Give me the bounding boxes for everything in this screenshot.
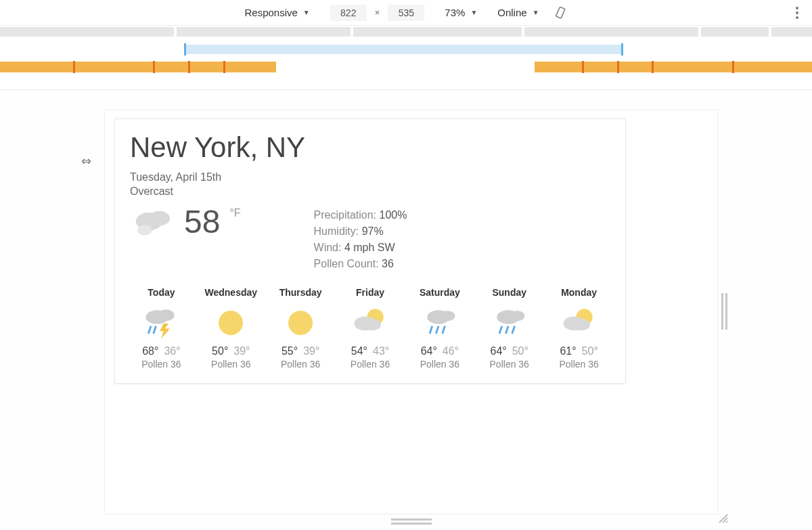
- forecast-day: Sunday64°50°Pollen 36: [478, 287, 541, 370]
- forecast-high: 61°: [560, 345, 576, 357]
- svg-marker-8: [160, 323, 171, 338]
- chevron-down-icon[interactable]: ▼: [533, 9, 539, 16]
- date-text: Tuesday, April 15th: [130, 171, 221, 183]
- forecast-pollen: Pollen 36: [478, 359, 541, 370]
- svg-line-6: [149, 326, 152, 333]
- resize-handle-horizontal[interactable]: [391, 518, 432, 525]
- svg-line-29: [726, 521, 727, 523]
- dimension-separator: ×: [375, 7, 380, 18]
- forecast-low: 39°: [233, 345, 250, 357]
- svg-point-15: [440, 311, 455, 321]
- forecast-day-name: Friday: [339, 287, 402, 298]
- humidity-label: Humidity:: [314, 225, 359, 237]
- forecast-row: Today68°36°Pollen 36Wednesday50°39°Polle…: [130, 287, 610, 370]
- precip-label: Precipitation:: [314, 209, 377, 221]
- forecast-high: 68°: [142, 345, 158, 357]
- svg-point-20: [510, 311, 525, 321]
- viewport-height-input[interactable]: [388, 5, 424, 21]
- svg-line-23: [512, 326, 514, 333]
- svg-point-10: [288, 311, 313, 335]
- wind-label: Wind:: [314, 242, 342, 253]
- svg-line-18: [443, 326, 445, 333]
- forecast-pollen: Pollen 36: [547, 359, 610, 370]
- breakpoint-rulers: [0, 26, 812, 90]
- svg-line-17: [436, 326, 438, 333]
- forecast-low: 46°: [443, 345, 459, 357]
- forecast-day: Today68°36°Pollen 36: [130, 287, 193, 370]
- rain-icon: [478, 303, 541, 341]
- forecast-day-name: Sunday: [478, 287, 541, 298]
- pollen-value: 36: [382, 258, 394, 269]
- forecast-high: 64°: [421, 345, 437, 357]
- forecast-pollen: Pollen 36: [130, 359, 193, 370]
- forecast-day: Monday61°50°Pollen 36: [547, 287, 610, 370]
- forecast-pollen: Pollen 36: [408, 359, 471, 370]
- sunny-icon: [269, 303, 332, 341]
- svg-point-2: [149, 211, 170, 225]
- condition-text: Overcast: [130, 185, 173, 197]
- device-preset-dropdown[interactable]: Responsive: [244, 7, 297, 18]
- forecast-low: 36°: [164, 345, 180, 357]
- temperature-value: 58: [184, 206, 220, 238]
- ruler-gray: [0, 26, 812, 38]
- forecast-pollen: Pollen 36: [200, 359, 263, 370]
- forecast-day-name: Saturday: [408, 287, 471, 298]
- forecast-day-name: Thursday: [269, 287, 332, 298]
- forecast-pollen: Pollen 36: [269, 359, 332, 370]
- sunny-icon: [200, 303, 263, 341]
- resize-handle-vertical[interactable]: [721, 293, 729, 330]
- pollen-label: Pollen Count:: [314, 258, 379, 269]
- storm-icon: [130, 303, 193, 341]
- partly-icon: [339, 303, 402, 341]
- forecast-high: 54°: [351, 345, 367, 357]
- partly-icon: [547, 303, 610, 341]
- forecast-high: 64°: [491, 345, 507, 357]
- precip-value: 100%: [380, 209, 407, 221]
- svg-point-26: [573, 319, 589, 330]
- zoom-dropdown[interactable]: 73%: [445, 7, 465, 18]
- svg-point-5: [158, 309, 175, 321]
- forecast-high: 50°: [212, 345, 228, 357]
- weather-card: New York, NY Tuesday, April 15th Overcas…: [114, 118, 626, 384]
- svg-line-22: [505, 326, 508, 333]
- location-title: New York, NY: [130, 131, 610, 164]
- chevron-down-icon[interactable]: ▼: [470, 9, 477, 16]
- resize-horizontal-icon: ⇔: [81, 154, 91, 169]
- forecast-high: 55°: [281, 345, 298, 357]
- forecast-day-name: Wednesday: [200, 287, 263, 298]
- viewport-width-input[interactable]: [330, 5, 367, 21]
- svg-line-21: [499, 326, 502, 333]
- device-frame: New York, NY Tuesday, April 15th Overcas…: [105, 110, 717, 514]
- more-options-icon[interactable]: [796, 0, 798, 26]
- forecast-low: 39°: [303, 345, 319, 357]
- forecast-day-name: Today: [130, 287, 193, 298]
- forecast-day: Friday54°43°Pollen 36: [339, 287, 402, 370]
- svg-point-3: [137, 225, 152, 235]
- svg-line-16: [430, 326, 432, 333]
- cloud-icon: [130, 203, 177, 242]
- svg-rect-0: [556, 7, 565, 18]
- throttle-dropdown[interactable]: Online: [497, 7, 526, 18]
- wind-value: 4 mph SW: [344, 242, 395, 253]
- forecast-day: Saturday64°46°Pollen 36: [408, 287, 471, 370]
- svg-point-9: [219, 311, 243, 335]
- svg-point-13: [365, 319, 381, 330]
- current-temperature: 58 °F: [130, 203, 241, 272]
- ruler-orange: [0, 61, 812, 73]
- forecast-low: 50°: [512, 345, 528, 357]
- weather-metrics: Precipitation: 100% Humidity: 97% Wind: …: [314, 207, 407, 272]
- forecast-low: 50°: [582, 345, 598, 357]
- chevron-down-icon[interactable]: ▼: [303, 9, 310, 16]
- humidity-value: 97%: [362, 225, 384, 237]
- forecast-low: 43°: [373, 345, 389, 357]
- date-condition: Tuesday, April 15th Overcast: [130, 171, 610, 199]
- ruler-blue: [0, 42, 812, 57]
- temperature-unit: °F: [229, 207, 240, 219]
- forecast-day: Thursday55°39°Pollen 36: [269, 287, 332, 370]
- device-toolbar: Responsive ▼ × 73% ▼ Online ▼: [0, 0, 812, 26]
- forecast-day-name: Monday: [547, 287, 610, 298]
- resize-handle-corner[interactable]: [717, 512, 728, 523]
- forecast-pollen: Pollen 36: [339, 359, 402, 370]
- rotate-icon[interactable]: [554, 6, 568, 20]
- svg-line-7: [154, 326, 156, 333]
